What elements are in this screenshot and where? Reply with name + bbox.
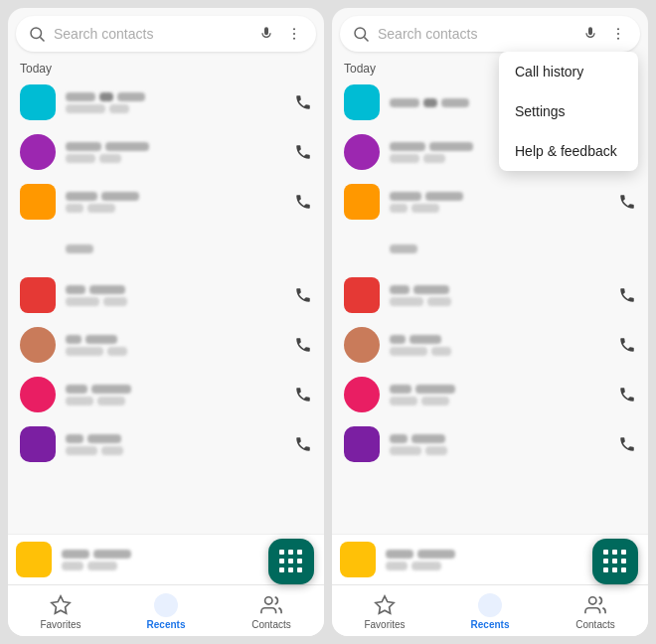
avatar bbox=[340, 542, 376, 577]
dropdown-menu: Call history Settings Help & feedback bbox=[499, 52, 638, 171]
contact-info bbox=[66, 385, 284, 405]
call-icon bbox=[294, 435, 312, 453]
dialpad-icon bbox=[603, 550, 628, 574]
call-icon bbox=[618, 336, 636, 354]
svg-point-3 bbox=[293, 33, 295, 35]
avatar bbox=[20, 377, 56, 412]
call-icon bbox=[294, 93, 312, 111]
nav-contacts[interactable]: Contacts bbox=[219, 591, 324, 632]
contact-item[interactable] bbox=[12, 270, 320, 320]
search-icon bbox=[28, 25, 46, 43]
contact-info bbox=[390, 285, 608, 306]
call-icon bbox=[618, 386, 636, 403]
contacts-icon bbox=[259, 593, 283, 617]
section-label-today-left: Today bbox=[8, 56, 324, 78]
mic-icon[interactable] bbox=[256, 24, 276, 44]
svg-marker-12 bbox=[376, 596, 394, 613]
recents-icon bbox=[478, 593, 502, 617]
svg-point-2 bbox=[293, 28, 295, 30]
contact-info bbox=[390, 335, 608, 356]
nav-recents-right[interactable]: Recents bbox=[437, 591, 543, 632]
call-icon bbox=[618, 193, 636, 211]
contact-item[interactable] bbox=[336, 419, 644, 469]
avatar bbox=[16, 542, 52, 577]
avatar bbox=[344, 327, 380, 363]
contact-item[interactable] bbox=[12, 370, 320, 419]
bottom-nav-left: Favorites Recents Contacts bbox=[8, 584, 324, 636]
contacts-icon bbox=[583, 593, 607, 617]
nav-contacts-right[interactable]: Contacts bbox=[543, 591, 648, 632]
contact-info bbox=[66, 434, 284, 455]
star-icon bbox=[373, 593, 397, 617]
svg-point-11 bbox=[617, 38, 619, 40]
search-bar-right[interactable]: Search contacts bbox=[340, 16, 640, 52]
svg-point-4 bbox=[293, 38, 295, 40]
dropdown-call-history[interactable]: Call history bbox=[499, 52, 638, 91]
nav-favorites-right[interactable]: Favorites bbox=[332, 591, 437, 632]
contact-item[interactable] bbox=[336, 370, 644, 419]
call-icon bbox=[294, 286, 312, 304]
avatar bbox=[344, 426, 380, 462]
svg-point-7 bbox=[355, 28, 366, 39]
avatar bbox=[344, 377, 380, 412]
call-icon bbox=[618, 435, 636, 453]
search-placeholder-right: Search contacts bbox=[378, 26, 573, 42]
avatar bbox=[20, 84, 56, 120]
contact-info bbox=[390, 385, 608, 405]
contact-item-divider bbox=[336, 227, 644, 270]
more-options-icon-right[interactable] bbox=[608, 24, 628, 44]
contact-list-left bbox=[8, 78, 324, 534]
search-icon bbox=[352, 25, 370, 43]
avatar bbox=[344, 184, 380, 220]
nav-contacts-label: Contacts bbox=[251, 619, 290, 630]
call-icon bbox=[294, 143, 312, 161]
svg-point-10 bbox=[617, 33, 619, 35]
contact-info bbox=[390, 192, 608, 213]
nav-recents-label-right: Recents bbox=[471, 619, 510, 630]
avatar bbox=[20, 426, 56, 462]
mic-icon-right[interactable] bbox=[580, 24, 600, 44]
star-icon bbox=[49, 593, 73, 617]
nav-favorites[interactable]: Favorites bbox=[8, 591, 113, 632]
nav-contacts-label-right: Contacts bbox=[575, 619, 614, 630]
avatar bbox=[20, 134, 56, 170]
contact-item[interactable] bbox=[12, 78, 320, 127]
dropdown-help-feedback[interactable]: Help & feedback bbox=[499, 131, 638, 171]
contact-info bbox=[66, 192, 284, 213]
dial-pad-fab[interactable] bbox=[268, 539, 314, 584]
avatar bbox=[344, 277, 380, 313]
contact-item[interactable] bbox=[12, 320, 320, 370]
svg-line-8 bbox=[364, 37, 368, 41]
nav-favorites-label-right: Favorites bbox=[364, 619, 405, 630]
avatar bbox=[20, 327, 56, 363]
dropdown-settings[interactable]: Settings bbox=[499, 91, 638, 131]
contact-info bbox=[66, 285, 284, 306]
avatar bbox=[20, 277, 56, 313]
search-bar-left[interactable]: Search contacts bbox=[16, 16, 316, 52]
nav-recents-label: Recents bbox=[147, 619, 186, 630]
dial-pad-fab-right[interactable] bbox=[592, 539, 638, 584]
contact-item-divider bbox=[12, 227, 320, 270]
contact-item[interactable] bbox=[336, 270, 644, 320]
contact-item[interactable] bbox=[336, 320, 644, 370]
contact-item[interactable] bbox=[12, 419, 320, 469]
left-phone-panel: Search contacts Today bbox=[8, 8, 324, 636]
svg-point-6 bbox=[265, 597, 272, 604]
nav-recents[interactable]: Recents bbox=[113, 591, 219, 632]
contact-item[interactable] bbox=[12, 177, 320, 227]
more-options-icon[interactable] bbox=[284, 24, 304, 44]
contact-info bbox=[390, 434, 608, 455]
svg-point-13 bbox=[589, 597, 596, 604]
svg-line-1 bbox=[40, 37, 44, 41]
right-phone-panel: Search contacts Call history Settings He… bbox=[332, 8, 648, 636]
contact-info bbox=[66, 335, 284, 356]
dialpad-icon bbox=[279, 550, 304, 574]
call-icon bbox=[294, 193, 312, 211]
contact-item[interactable] bbox=[336, 177, 644, 227]
contact-item[interactable] bbox=[12, 127, 320, 177]
contact-info bbox=[66, 92, 284, 113]
bottom-nav-right: Favorites Recents Contacts bbox=[332, 584, 648, 636]
svg-marker-5 bbox=[52, 596, 70, 613]
search-placeholder: Search contacts bbox=[54, 26, 248, 42]
svg-point-0 bbox=[31, 28, 42, 39]
